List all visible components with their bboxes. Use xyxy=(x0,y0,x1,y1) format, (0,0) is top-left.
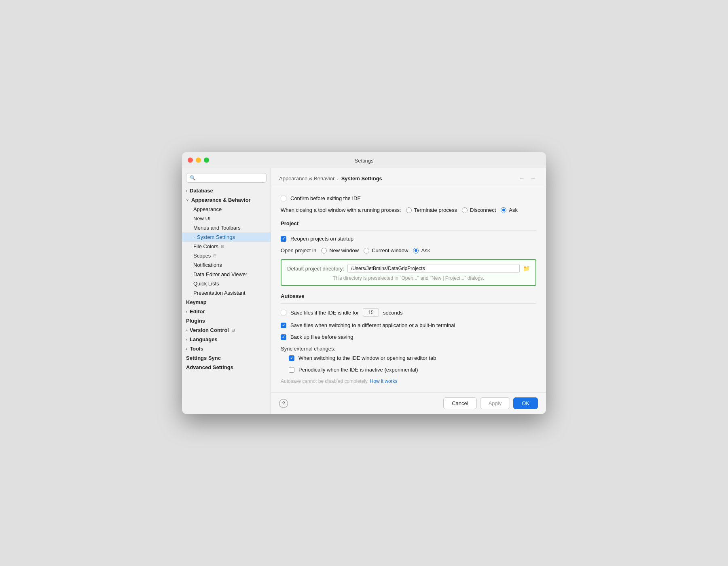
chevron-right-icon: › xyxy=(186,189,187,193)
breadcrumb-current: System Settings xyxy=(341,175,382,182)
sidebar-item-settings-sync[interactable]: Settings Sync xyxy=(182,353,271,363)
sidebar-item-system-settings[interactable]: › System Settings xyxy=(182,232,271,242)
close-button[interactable] xyxy=(188,157,193,163)
ask-label: Ask xyxy=(509,207,518,213)
sync-switch-row: When switching to the IDE window or open… xyxy=(281,355,536,361)
sidebar-item-label: Menus and Toolbars xyxy=(193,225,241,231)
confirm-exit-label: Confirm before exiting the IDE xyxy=(290,195,361,201)
help-button[interactable]: ? xyxy=(279,399,288,408)
nav-forward-button[interactable]: → xyxy=(528,174,538,183)
page-icon: ⊟ xyxy=(221,244,224,249)
ask-option2[interactable]: Ask xyxy=(413,247,430,253)
breadcrumb-separator: › xyxy=(337,175,339,182)
seconds-input[interactable] xyxy=(363,308,379,317)
sidebar-item-plugins[interactable]: Plugins xyxy=(182,316,271,325)
reopen-projects-label: Reopen projects on startup xyxy=(290,236,353,242)
sidebar-item-label: Data Editor and Viewer xyxy=(193,271,247,277)
current-window-radio[interactable] xyxy=(364,248,369,253)
sidebar-item-label: Languages xyxy=(190,336,218,342)
ask-radio2[interactable] xyxy=(413,248,419,253)
nav-arrows: ← → xyxy=(517,174,538,183)
maximize-button[interactable] xyxy=(204,157,209,163)
sidebar-item-label: New UI xyxy=(193,215,211,222)
sync-periodic-row: Periodically when the IDE is inactive (e… xyxy=(281,367,536,373)
folder-icon[interactable]: 📁 xyxy=(523,265,530,272)
current-window-label: Current window xyxy=(372,247,408,253)
save-switch-checkbox[interactable] xyxy=(281,323,286,328)
backup-label: Back up files before saving xyxy=(290,334,353,340)
disconnect-option[interactable]: Disconnect xyxy=(462,207,496,213)
sidebar-item-version-control[interactable]: › Version Control ⊟ xyxy=(182,325,271,335)
breadcrumb-parent: Appearance & Behavior xyxy=(279,175,334,182)
search-icon: 🔍 xyxy=(190,175,196,181)
reopen-projects-checkbox[interactable] xyxy=(281,236,286,242)
confirm-exit-row: Confirm before exiting the IDE xyxy=(281,195,536,201)
content-body: Confirm before exiting the IDE When clos… xyxy=(271,187,546,392)
cancel-button[interactable]: Cancel xyxy=(443,397,476,409)
sidebar-item-label: Database xyxy=(190,188,213,194)
how-it-works-link[interactable]: How it works xyxy=(370,378,398,384)
sidebar-item-appearance[interactable]: Appearance xyxy=(182,205,271,214)
project-section-title: Project xyxy=(281,220,536,226)
backup-checkbox[interactable] xyxy=(281,334,286,340)
ask-option[interactable]: Ask xyxy=(501,207,518,213)
dir-row: Default project directory: 📁 xyxy=(287,264,530,273)
sidebar-item-label: Appearance xyxy=(193,206,222,212)
ask-radio[interactable] xyxy=(501,207,506,213)
titlebar: Settings xyxy=(182,152,546,168)
breadcrumb: Appearance & Behavior › System Settings xyxy=(279,175,382,182)
sidebar-item-quick-lists[interactable]: Quick Lists xyxy=(182,279,271,288)
sidebar-item-presentation-assistant[interactable]: Presentation Assistant xyxy=(182,288,271,298)
save-idle-row: Save files if the IDE is idle for second… xyxy=(281,308,536,317)
search-input[interactable] xyxy=(198,175,263,181)
ok-button[interactable]: OK xyxy=(513,397,538,409)
sidebar-item-menus-toolbars[interactable]: Menus and Toolbars xyxy=(182,223,271,232)
new-window-option[interactable]: New window xyxy=(321,247,359,253)
sync-periodic-checkbox[interactable] xyxy=(289,367,294,373)
sync-section-label: Sync external changes: xyxy=(281,346,536,352)
chevron-right-icon: › xyxy=(186,338,187,342)
sidebar-item-label: Settings Sync xyxy=(186,355,221,361)
sidebar-item-data-editor[interactable]: Data Editor and Viewer xyxy=(182,270,271,279)
save-idle-label: Save files if the IDE is idle for xyxy=(290,310,359,316)
sidebar-item-label: Advanced Settings xyxy=(186,364,233,370)
tool-window-label: When closing a tool window with a runnin… xyxy=(281,207,401,213)
apply-button[interactable]: Apply xyxy=(480,397,510,409)
search-box[interactable]: 🔍 xyxy=(186,173,267,183)
sidebar-item-advanced-settings[interactable]: Advanced Settings xyxy=(182,363,271,372)
terminate-option[interactable]: Terminate process xyxy=(406,207,457,213)
current-window-option[interactable]: Current window xyxy=(364,247,408,253)
sidebar-item-label: Appearance & Behavior xyxy=(191,197,251,203)
nav-back-button[interactable]: ← xyxy=(517,174,527,183)
terminate-radio[interactable] xyxy=(406,207,412,213)
sidebar-item-label: Tools xyxy=(190,346,203,352)
chevron-right-icon: › xyxy=(186,347,187,351)
confirm-exit-checkbox[interactable] xyxy=(281,196,286,201)
sync-periodic-label: Periodically when the IDE is inactive (e… xyxy=(298,367,418,373)
sidebar-item-scopes[interactable]: Scopes ⊟ xyxy=(182,251,271,260)
disconnect-radio[interactable] xyxy=(462,207,468,213)
dir-input[interactable] xyxy=(347,264,520,273)
save-switch-row: Save files when switching to a different… xyxy=(281,322,536,328)
sidebar-item-new-ui[interactable]: New UI xyxy=(182,214,271,223)
sidebar-item-keymap[interactable]: Keymap xyxy=(182,298,271,307)
chevron-right-icon: › xyxy=(186,310,187,314)
sidebar-item-appearance-behavior[interactable]: ∨ Appearance & Behavior xyxy=(182,195,271,205)
sidebar-item-editor[interactable]: › Editor xyxy=(182,307,271,316)
sidebar-item-languages[interactable]: › Languages xyxy=(182,335,271,344)
sidebar-item-label: Presentation Assistant xyxy=(193,290,245,296)
minimize-button[interactable] xyxy=(196,157,201,163)
sidebar-item-file-colors[interactable]: File Colors ⊟ xyxy=(182,242,271,251)
sidebar-item-notifications[interactable]: Notifications xyxy=(182,260,271,270)
sidebar-item-tools[interactable]: › Tools xyxy=(182,344,271,353)
tool-window-row: When closing a tool window with a runnin… xyxy=(281,207,536,213)
sync-switch-checkbox[interactable] xyxy=(289,355,294,361)
sidebar-item-label: System Settings xyxy=(197,234,235,240)
new-window-radio[interactable] xyxy=(321,248,327,253)
footer: ? Cancel Apply OK xyxy=(271,392,546,414)
sidebar-item-label: Editor xyxy=(190,308,205,315)
save-idle-checkbox[interactable] xyxy=(281,310,286,315)
sidebar-item-database[interactable]: › Database xyxy=(182,186,271,195)
sidebar-item-label: Version Control xyxy=(190,327,229,333)
sidebar: 🔍 › Database ∨ Appearance & Behavior App… xyxy=(182,168,271,414)
